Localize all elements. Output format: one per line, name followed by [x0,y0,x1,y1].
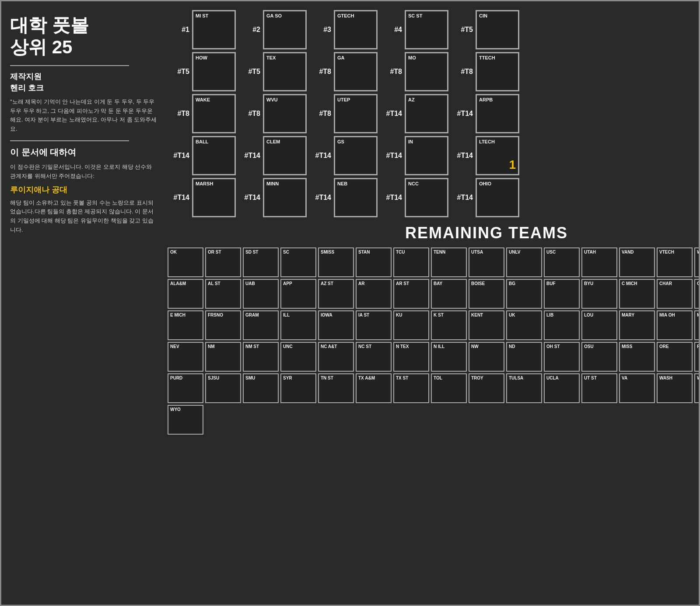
rem-box-nm: NM [205,342,241,372]
rem-box-nd: ND [506,342,542,372]
team-box-how: HOW [192,52,236,91]
rem-abbr-app: APP [283,281,314,286]
rem-abbr-utsa: UTSA [471,250,502,255]
rem-abbr-iowa: IOWA [321,313,351,318]
rank-row-2: #T5 HOW #T5 TEX #T8 GA #T8 MO #T8 TTE [168,52,700,91]
rem-box-troy: TROY [469,373,504,403]
rem-box-iast: IA ST [356,310,392,340]
rank-label-2: #2 [238,26,260,34]
rem-abbr-ntex: N TEX [396,344,427,349]
team-abbr-wake: WAKE [196,97,232,103]
main-container: 대학 풋볼 상위 25 제작지원 헨리 호크 "노래 제목이 기억이 안 나는데… [10,10,690,435]
rem-abbr-nev: NEV [170,344,201,349]
rem-box-miss: MISS [619,342,655,372]
rem-abbr-txst: TX ST [396,376,427,381]
rem-box-bg: BG [506,279,542,309]
rank-label-t8c: #T8 [451,68,473,76]
rem-box-nca&t: NC A&T [318,342,354,372]
rem-box-ncst: NC ST [356,342,392,372]
rank-row-4: #T14 BALL #T14 CLEM #T14 GS #T14 IN #T14 [168,136,700,175]
rem-abbr-penn: PENN [697,344,700,349]
rem-box-tenn: TENN [431,247,467,277]
rem-box-alst: AL ST [205,279,241,309]
rank-label-t14f: #T14 [380,152,402,160]
rem-box-app: APP [280,279,316,309]
team-highlight: 루이지애나 공대 [10,185,159,195]
divider-2 [10,140,129,141]
rem-box-ill: ILL [280,310,316,340]
rank-label-t14b: #T14 [451,110,473,118]
team-abbr-minn: MINN [266,181,303,187]
team-box-gs: GS [334,136,378,175]
rankings-section: #1 MI ST #2 GA SO #3 GTECH #4 SC ST #T5 [168,10,700,217]
team-box-ohio: OHIO [476,178,519,217]
rem-box-nill: N ILL [431,342,467,372]
rem-abbr-unlv: UNLV [509,250,539,255]
rem-abbr-ku: KU [396,313,427,318]
team-abbr-ttech: TTECH [479,55,516,61]
rem-abbr-tulsa: TULSA [509,376,539,381]
rem-box-kst: K ST [431,310,467,340]
title-line2: 상위 25 [10,37,72,57]
rem-abbr-wku: WKU [697,376,700,381]
about-title: 이 문서에 대하여 [10,146,159,158]
team-desc: 해당 팀이 소유하고 있는 풋볼 공의 수는 노랑으로 표시되었습니다.다른 팀… [10,199,159,235]
rem-box-cmich: C MICH [619,279,655,309]
rem-abbr-miss: MISS [622,344,652,349]
rem-box-byu: BYU [581,279,617,309]
rem-abbr-troy: TROY [471,376,502,381]
rem-abbr-kent: KENT [471,313,502,318]
rem-box-kent: KENT [469,310,504,340]
team-box-tex: TEX [263,52,307,91]
team-box-mo: MO [405,52,448,91]
rem-abbr-tcu: TCU [396,250,427,255]
team-box-gtech: GTECH [334,10,378,49]
rem-abbr-ore: ORE [659,344,690,349]
team-box-clem: CLEM [263,136,307,175]
team-box-cin: CIN [476,10,519,49]
rem-box-miaoh: MIA OH [657,310,693,340]
rem-box-boise: BOISE [469,279,504,309]
rem-abbr-nmst: NM ST [245,344,276,349]
rem-box-lou: LOU [581,310,617,340]
rem-box-uab: UAB [243,279,279,309]
rem-abbr-nd: ND [509,344,539,349]
rem-box-smiss: SMISS [318,247,354,277]
rem-abbr-lou: LOU [584,313,615,318]
about-desc: 이 점수판은 기밀문서입니다. 이것은 오로지 해당 선수와 관계자를 위해서만… [10,163,159,181]
rem-box-tnst: TN ST [318,373,354,403]
rank-label-4: #4 [380,26,402,34]
team-abbr-wvu: WVU [266,97,303,103]
rem-abbr-iast: IA ST [358,313,389,318]
remaining-row-5: WYO [168,405,700,435]
rem-box-uk: UK [506,310,542,340]
team-abbr-utep: UTEP [337,97,374,103]
rem-box-char: CHAR [657,279,693,309]
remaining-row-4: PURDSJSUSMUSYRTN STTX A&MTX STTOLTROYTUL… [168,373,700,403]
team-box-neb: NEB [334,178,378,217]
team-box-ltech: LTECH 1 [476,136,519,175]
right-panel: #1 MI ST #2 GA SO #3 GTECH #4 SC ST #T5 [168,10,700,435]
team-abbr-ga: GA [337,55,374,61]
rem-abbr-bg: BG [509,281,539,286]
rem-box-bay: BAY [431,279,467,309]
rem-abbr-azst: AZ ST [321,281,351,286]
rank-label-t14a: #T14 [380,110,402,118]
rem-box-osu: OSU [581,342,617,372]
rem-abbr-unc: UNC [283,344,314,349]
team-abbr-ltech: LTECH [479,139,516,145]
rem-box-ar: AR [356,279,392,309]
rem-abbr-frsno: FRSNO [208,313,238,318]
rem-box-mich: MICH [694,310,700,340]
rank-label-t5c: #T5 [238,68,260,76]
rem-box-wash: WASH [657,373,693,403]
rem-box-va: VA [619,373,655,403]
team-box-arpb: ARPB [476,94,519,133]
remaining-row-0: OKOR STSD STSCSMISSSTANTCUTENNUTSAUNLVUS… [168,247,700,277]
rem-box-vtech: VTECH [657,247,693,277]
rem-abbr-ala&m: ALA&M [170,281,201,286]
divider-1 [10,65,129,66]
rem-abbr-utst: UT ST [584,376,615,381]
rem-box-utah: UTAH [581,247,617,277]
rem-abbr-alst: AL ST [208,281,238,286]
